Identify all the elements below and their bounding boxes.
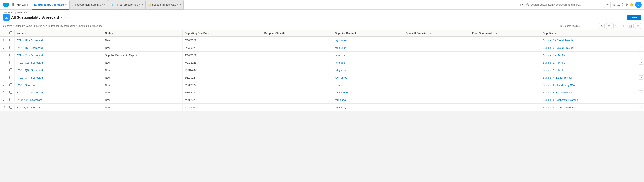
row-supplier-link[interactable]: Supplier 1 - IT/Infra — [543, 54, 565, 57]
col-supplier-classifi-chevron-icon[interactable]: ▾ — [288, 32, 290, 34]
list-filter-icon[interactable]: ▽ — [635, 23, 641, 29]
row-checkbox[interactable] — [10, 76, 12, 79]
avatar[interactable]: U — [635, 2, 642, 8]
list-refresh-icon[interactable]: ↻ — [614, 23, 619, 29]
list-chart-icon[interactable]: 📊 — [628, 23, 634, 29]
row-action-button[interactable]: ▾ — [639, 98, 643, 102]
row-checkbox[interactable] — [10, 46, 12, 49]
row-checkbox-cell[interactable] — [7, 89, 14, 96]
row-name-link[interactable]: FY22- Q3 - Scorecard — [17, 106, 42, 109]
row-name-link[interactable]: FY21 - Q3 - Scorecard — [17, 69, 43, 72]
tab3-close-icon[interactable]: ✕ — [142, 4, 143, 6]
col-supplier-classifi[interactable]: Supplier Classifi... ▾ — [262, 30, 333, 37]
row-name-link[interactable]: FY21 - H1 - Scorecard — [17, 39, 43, 42]
tab-sustainability-scorecard[interactable]: Sustainability Scorecard ▾ — [32, 0, 69, 10]
notifications-icon[interactable]: 🔔 — [630, 3, 634, 7]
row-action-cell[interactable]: ▾ — [638, 74, 644, 81]
row-action-button[interactable]: ▾ — [639, 53, 643, 57]
row-action-button[interactable]: ▾ — [639, 68, 643, 72]
row-supplier-contact-link[interactable]: john doe — [335, 83, 345, 86]
tab-th-test-procureme[interactable]: 📊 TH Test procureme... ▾ ✕ — [108, 0, 146, 10]
col-status[interactable]: Status ▾ — [103, 30, 183, 37]
col-checkbox[interactable] — [7, 30, 14, 37]
row-checkbox-cell[interactable] — [7, 66, 14, 74]
row-action-cell[interactable]: ▾ — [638, 44, 644, 52]
row-action-cell[interactable]: ▾ — [638, 81, 644, 89]
search-scope-selector[interactable]: All ▾ — [518, 3, 525, 6]
row-checkbox-cell[interactable] — [7, 81, 14, 89]
global-search-input[interactable] — [530, 3, 600, 6]
row-supplier-link[interactable]: Supplier 5 - Concrete Example — [543, 99, 578, 102]
tab-procurement-summ[interactable]: 📊 Procurement Summ... ▾ ✕ — [70, 0, 108, 10]
row-checkbox-cell[interactable] — [7, 37, 14, 44]
row-checkbox[interactable] — [10, 39, 12, 41]
row-action-button[interactable]: ▾ — [639, 83, 643, 87]
col-final-scorecard-chevron-icon[interactable]: ▾ — [496, 32, 497, 34]
row-supplier-link[interactable]: Supplier 1 - IT/Infra — [543, 61, 565, 64]
row-checkbox-cell[interactable] — [7, 44, 14, 52]
row-name-link[interactable]: FY22 - Q1 - Scorecard — [17, 91, 43, 94]
row-checkbox-cell[interactable] — [7, 52, 14, 59]
row-action-button[interactable]: ▾ — [639, 75, 643, 79]
row-supplier-contact-link[interactable]: lay thomas — [335, 39, 348, 42]
list-columns-icon[interactable]: ⊞ — [606, 23, 612, 29]
row-supplier-link[interactable]: Supplier 4- Data Provider — [543, 76, 572, 79]
row-checkbox[interactable] — [10, 91, 12, 94]
row-name-link[interactable]: FY21 - Q2 - Scorecard — [17, 61, 43, 64]
row-supplier-contact-link[interactable]: faria khan — [335, 46, 346, 49]
settings-icon[interactable]: ⚙ — [625, 3, 628, 7]
row-supplier-link[interactable]: Supplier 1 - IT/Infra — [543, 69, 565, 72]
row-supplier-link[interactable]: Supplier 3 - Cloud Provider — [543, 39, 574, 42]
tab4-close-icon[interactable]: ✕ — [180, 4, 182, 6]
col-scope3[interactable]: Scope 3 Emissio... ▾ — [404, 30, 470, 37]
row-supplier-contact-link[interactable]: ravi rathod — [335, 76, 347, 79]
row-checkbox[interactable] — [10, 83, 12, 86]
row-action-cell[interactable]: ▾ — [638, 104, 644, 111]
row-checkbox-cell[interactable] — [7, 104, 14, 111]
tab2-close-icon[interactable]: ✕ — [104, 4, 106, 6]
sf-logo[interactable]: ☁ — [2, 1, 10, 9]
favorites-icon[interactable]: ★ — [604, 2, 611, 8]
row-supplier-contact-link[interactable]: jane doe — [335, 54, 345, 57]
row-checkbox[interactable] — [10, 61, 12, 64]
row-action-button[interactable]: ▾ — [639, 90, 643, 95]
row-action-button[interactable]: ▾ — [639, 105, 643, 109]
add-icon[interactable]: ⊕ — [612, 3, 615, 7]
row-action-cell[interactable]: ▾ — [638, 66, 644, 74]
row-name-link[interactable]: FY21 - Scorecard — [17, 83, 37, 86]
row-name-link[interactable]: FY21 - Q1 - Scorecard — [17, 54, 43, 57]
row-action-cell[interactable]: ▾ — [638, 37, 644, 44]
list-settings-icon[interactable]: ⚙ — [599, 23, 605, 29]
row-checkbox[interactable] — [10, 98, 12, 101]
col-supplier-contact-chevron-icon[interactable]: ▾ — [357, 32, 358, 34]
row-supplier-contact-link[interactable]: aditya roy — [335, 69, 346, 72]
select-all-checkbox[interactable] — [10, 31, 12, 34]
col-final-scorecard[interactable]: Final Scorecard ... ▾ — [470, 30, 541, 37]
tab-scope3-th-test[interactable]: 🌙 Scope3 TH Test Ca... ▾ ✕ — [146, 0, 184, 10]
row-supplier-link[interactable]: Supplier 5 - Concrete Example — [543, 106, 578, 109]
tab3-chevron-icon[interactable]: ▾ — [139, 4, 140, 6]
row-action-button[interactable]: ▾ — [639, 46, 643, 50]
setup-icon[interactable]: ☁ — [617, 3, 620, 7]
row-name-link[interactable]: FY22- Q2 - Scorecard — [17, 99, 42, 102]
row-name-link[interactable]: FY21 - H2 - Scorecard — [17, 46, 43, 49]
row-supplier-link[interactable]: Supplier 2 - Third party S/W — [543, 83, 575, 86]
row-action-cell[interactable]: ▾ — [638, 89, 644, 96]
tab2-chevron-icon[interactable]: ▾ — [102, 4, 102, 6]
col-reporting-due-date-chevron-icon[interactable]: ▾ — [210, 32, 212, 34]
col-supplier-contact[interactable]: Supplier Contact ▾ — [333, 30, 404, 37]
col-status-chevron-icon[interactable]: ▾ — [114, 32, 116, 34]
row-action-cell[interactable]: ▾ — [638, 59, 644, 66]
row-action-cell[interactable]: ▾ — [638, 52, 644, 59]
row-checkbox-cell[interactable] — [7, 96, 14, 104]
tab4-chevron-icon[interactable]: ▾ — [178, 4, 178, 6]
row-action-button[interactable]: ▾ — [639, 38, 643, 42]
row-checkbox-cell[interactable] — [7, 74, 14, 81]
list-search-input[interactable] — [564, 25, 596, 27]
row-supplier-contact-link[interactable]: pavi hedge — [335, 91, 348, 94]
col-reporting-due-date[interactable]: Reporting Due Date ▾ — [182, 30, 262, 37]
row-checkbox[interactable] — [10, 54, 12, 56]
grid-icon[interactable]: ⠿ — [11, 2, 15, 8]
col-name[interactable]: Name ↑ ▾ — [14, 30, 103, 37]
list-edit-icon[interactable]: ✎ — [621, 23, 626, 29]
